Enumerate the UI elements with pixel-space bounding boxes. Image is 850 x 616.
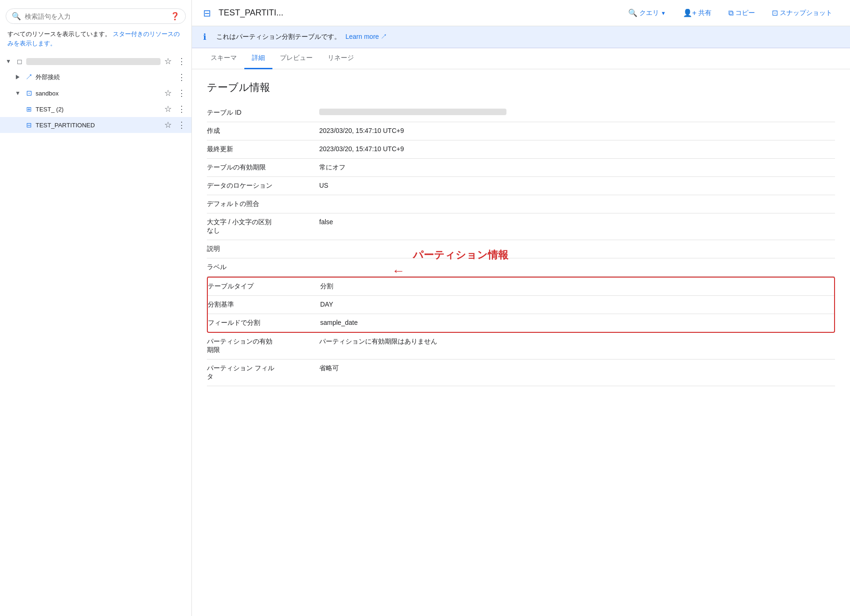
dropdown-chevron-icon: ▼: [661, 10, 666, 16]
field-value: 常にオフ: [319, 159, 835, 177]
star-icon[interactable]: ☆: [162, 56, 174, 67]
field-value: false: [319, 213, 835, 240]
copy-button[interactable]: ⧉ コピー: [722, 6, 762, 20]
external-icon: ↗: [24, 73, 34, 82]
more-icon[interactable]: ⋮: [176, 55, 188, 67]
main-header: ⊟ TEST_PARTITI... 🔍 クエリ ▼ 👤+ 共有 ⧉ コピー ⊡ …: [192, 0, 850, 26]
table-row: テーブルタイプ 分割: [208, 278, 834, 296]
table-row: テーブル ID: [207, 104, 835, 122]
tab-bar: スキーマ 詳細 プレビュー リネージ: [192, 48, 850, 69]
field-label: 大文字 / 小文字の区別なし: [207, 213, 319, 240]
search-icon: 🔍: [12, 12, 21, 21]
resource-text: すべてのリソースを表示しています。 スター付きのリソースのみを表示します。: [0, 28, 191, 51]
field-value: [319, 104, 835, 122]
table-row: 最終更新 2023/03/20, 15:47:10 UTC+9: [207, 140, 835, 159]
table-row: 作成 2023/03/20, 15:47:10 UTC+9: [207, 122, 835, 140]
tab-details[interactable]: 詳細: [244, 48, 272, 69]
field-value: US: [319, 177, 835, 195]
section-title: テーブル情報: [207, 81, 835, 95]
search-input[interactable]: [25, 13, 167, 20]
star-icon[interactable]: ☆: [162, 103, 174, 115]
main-content: ⊟ TEST_PARTITI... 🔍 クエリ ▼ 👤+ 共有 ⧉ コピー ⊡ …: [192, 0, 850, 616]
field-label: パーティション フィルタ: [207, 359, 319, 386]
field-label: 作成: [207, 122, 319, 140]
partition-table-icon: ⊟: [24, 121, 34, 129]
partition-table: テーブルタイプ 分割 分割基準 DAY フィールドで分割 sample_date: [208, 278, 834, 332]
table-row: デフォルトの照合: [207, 195, 835, 213]
dataset-icon: ⊡: [24, 89, 34, 97]
field-label: テーブル ID: [207, 104, 319, 122]
sidebar: 🔍 ❓ すべてのリソースを表示しています。 スター付きのリソースのみを表示します…: [0, 0, 192, 616]
additional-info-table: パーティションの有効期限 パーティションに有効期限はありません パーティション …: [207, 333, 835, 386]
star-icon[interactable]: ☆: [162, 119, 174, 131]
query-button[interactable]: 🔍 クエリ ▼: [622, 6, 673, 20]
external-link-icon: ↗: [381, 33, 387, 40]
field-label: ラベル: [207, 258, 319, 277]
field-value: 2023/03/20, 15:47:10 UTC+9: [319, 122, 835, 140]
project-label: [26, 58, 161, 65]
field-value: DAY: [320, 296, 834, 314]
field-label: デフォルトの照合: [207, 195, 319, 213]
learn-more-link[interactable]: Learn more ↗: [345, 33, 387, 41]
share-button[interactable]: 👤+ 共有: [676, 6, 718, 20]
field-value: 分割: [320, 278, 834, 296]
more-icon[interactable]: ⋮: [176, 71, 188, 83]
field-value: パーティション情報 ←: [319, 258, 835, 277]
header-actions: 🔍 クエリ ▼ 👤+ 共有 ⧉ コピー ⊡ スナップショット: [622, 6, 839, 20]
field-value: sample_date: [320, 314, 834, 332]
help-icon[interactable]: ❓: [170, 12, 180, 21]
sidebar-item-test-partitioned[interactable]: ⊟ TEST_PARTITIONED ☆ ⋮: [0, 117, 191, 133]
field-label: 最終更新: [207, 140, 319, 159]
tab-lineage[interactable]: リネージ: [320, 48, 361, 69]
project-icon: ◻: [15, 58, 24, 65]
test2-label: TEST_ (2): [36, 106, 161, 113]
field-value: 省略可: [319, 359, 835, 386]
table-row: パーティションの有効期限 パーティションに有効期限はありません: [207, 333, 835, 359]
field-label: 説明: [207, 240, 319, 258]
content-area: テーブル情報 テーブル ID 作成 2023/03/20, 15:47:10 U…: [192, 69, 850, 616]
blurred-id: [319, 109, 506, 115]
share-icon: 👤+: [683, 8, 696, 17]
snapshot-icon: ⊡: [772, 8, 778, 17]
more-icon[interactable]: ⋮: [176, 103, 188, 115]
table-row: ラベル パーティション情報 ←: [207, 258, 835, 277]
search-bar[interactable]: 🔍 ❓: [6, 8, 186, 24]
field-label: データのロケーション: [207, 177, 319, 195]
tab-schema[interactable]: スキーマ: [203, 48, 244, 69]
sidebar-item-test2[interactable]: ⊞ TEST_ (2) ☆ ⋮: [0, 101, 191, 117]
tab-preview[interactable]: プレビュー: [272, 48, 320, 69]
info-icon: ℹ: [203, 32, 212, 42]
partition-info-box: テーブルタイプ 分割 分割基準 DAY フィールドで分割 sample_date: [207, 277, 835, 333]
more-icon[interactable]: ⋮: [176, 87, 188, 99]
sidebar-tree: ▼ ◻ ☆ ⋮ ▶ ↗ 外部接続 ⋮ ▼ ⊡ sandbox ☆ ⋮ ⊞: [0, 51, 191, 616]
field-value: [319, 240, 835, 258]
star-icon[interactable]: ☆: [162, 88, 174, 99]
sidebar-item-sandbox[interactable]: ▼ ⊡ sandbox ☆ ⋮: [0, 85, 191, 101]
more-icon[interactable]: ⋮: [176, 119, 188, 131]
field-label: テーブルの有効期限: [207, 159, 319, 177]
copy-icon: ⧉: [728, 9, 733, 17]
table-row: フィールドで分割 sample_date: [208, 314, 834, 332]
sidebar-item-external[interactable]: ▶ ↗ 外部接続 ⋮: [0, 69, 191, 85]
field-label: パーティションの有効期限: [207, 333, 319, 359]
table-row: 大文字 / 小文字の区別なし false: [207, 213, 835, 240]
table-row: 分割基準 DAY: [208, 296, 834, 314]
table-row: データのロケーション US: [207, 177, 835, 195]
chevron-down-icon: ▼: [4, 58, 13, 65]
table-info: テーブル ID 作成 2023/03/20, 15:47:10 UTC+9 最終…: [207, 104, 835, 277]
chevron-down-icon: ▼: [13, 90, 22, 96]
external-label: 外部接続: [36, 73, 174, 81]
test-partitioned-label: TEST_PARTITIONED: [36, 122, 161, 129]
table-icon: ⊞: [24, 105, 34, 113]
sidebar-item-project[interactable]: ▼ ◻ ☆ ⋮: [0, 53, 191, 69]
field-label: テーブルタイプ: [208, 278, 320, 296]
table-header-icon: ⊟: [203, 7, 211, 19]
snapshot-button[interactable]: ⊡ スナップショット: [765, 6, 839, 20]
table-row: パーティション フィルタ 省略可: [207, 359, 835, 386]
table-row: 説明: [207, 240, 835, 258]
table-row: テーブルの有効期限 常にオフ: [207, 159, 835, 177]
annotation-label: パーティション情報: [413, 248, 508, 262]
page-title: TEST_PARTITI...: [219, 8, 614, 18]
info-banner: ℹ これはパーティション分割テーブルです。 Learn more ↗: [192, 26, 850, 48]
field-label: 分割基準: [208, 296, 320, 314]
